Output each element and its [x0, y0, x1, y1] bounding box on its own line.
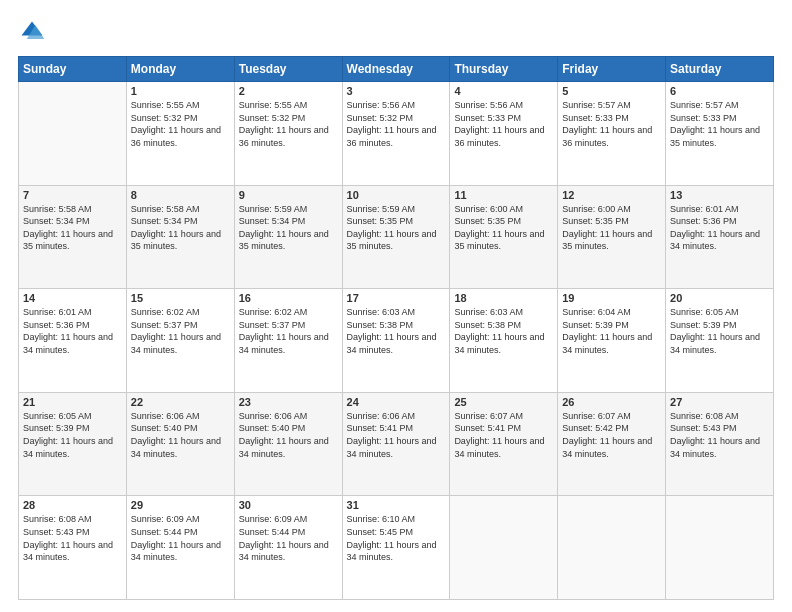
cell-info: Sunrise: 6:09 AMSunset: 5:44 PMDaylight:… — [239, 513, 338, 563]
cell-info: Sunrise: 6:08 AMSunset: 5:43 PMDaylight:… — [670, 410, 769, 460]
calendar-cell: 3Sunrise: 5:56 AMSunset: 5:32 PMDaylight… — [342, 82, 450, 186]
day-number: 6 — [670, 85, 769, 97]
cell-info: Sunrise: 6:03 AMSunset: 5:38 PMDaylight:… — [454, 306, 553, 356]
day-number: 24 — [347, 396, 446, 408]
day-number: 22 — [131, 396, 230, 408]
week-row-3: 14Sunrise: 6:01 AMSunset: 5:36 PMDayligh… — [19, 289, 774, 393]
day-number: 29 — [131, 499, 230, 511]
day-number: 7 — [23, 189, 122, 201]
calendar-cell: 23Sunrise: 6:06 AMSunset: 5:40 PMDayligh… — [234, 392, 342, 496]
weekday-thursday: Thursday — [450, 57, 558, 82]
calendar-cell: 21Sunrise: 6:05 AMSunset: 5:39 PMDayligh… — [19, 392, 127, 496]
calendar-cell: 30Sunrise: 6:09 AMSunset: 5:44 PMDayligh… — [234, 496, 342, 600]
calendar-page: SundayMondayTuesdayWednesdayThursdayFrid… — [0, 0, 792, 612]
weekday-monday: Monday — [126, 57, 234, 82]
day-number: 26 — [562, 396, 661, 408]
weekday-wednesday: Wednesday — [342, 57, 450, 82]
calendar-cell: 8Sunrise: 5:58 AMSunset: 5:34 PMDaylight… — [126, 185, 234, 289]
day-number: 21 — [23, 396, 122, 408]
calendar-cell: 18Sunrise: 6:03 AMSunset: 5:38 PMDayligh… — [450, 289, 558, 393]
calendar-cell: 1Sunrise: 5:55 AMSunset: 5:32 PMDaylight… — [126, 82, 234, 186]
day-number: 12 — [562, 189, 661, 201]
cell-info: Sunrise: 6:01 AMSunset: 5:36 PMDaylight:… — [23, 306, 122, 356]
calendar-cell — [558, 496, 666, 600]
day-number: 31 — [347, 499, 446, 511]
day-number: 23 — [239, 396, 338, 408]
calendar-cell: 17Sunrise: 6:03 AMSunset: 5:38 PMDayligh… — [342, 289, 450, 393]
week-row-4: 21Sunrise: 6:05 AMSunset: 5:39 PMDayligh… — [19, 392, 774, 496]
cell-info: Sunrise: 6:10 AMSunset: 5:45 PMDaylight:… — [347, 513, 446, 563]
calendar-cell: 20Sunrise: 6:05 AMSunset: 5:39 PMDayligh… — [666, 289, 774, 393]
cell-info: Sunrise: 6:04 AMSunset: 5:39 PMDaylight:… — [562, 306, 661, 356]
calendar-cell: 14Sunrise: 6:01 AMSunset: 5:36 PMDayligh… — [19, 289, 127, 393]
day-number: 5 — [562, 85, 661, 97]
cell-info: Sunrise: 6:06 AMSunset: 5:40 PMDaylight:… — [131, 410, 230, 460]
cell-info: Sunrise: 6:06 AMSunset: 5:41 PMDaylight:… — [347, 410, 446, 460]
day-number: 10 — [347, 189, 446, 201]
calendar-cell: 11Sunrise: 6:00 AMSunset: 5:35 PMDayligh… — [450, 185, 558, 289]
calendar-cell: 15Sunrise: 6:02 AMSunset: 5:37 PMDayligh… — [126, 289, 234, 393]
day-number: 20 — [670, 292, 769, 304]
calendar-cell: 13Sunrise: 6:01 AMSunset: 5:36 PMDayligh… — [666, 185, 774, 289]
cell-info: Sunrise: 6:01 AMSunset: 5:36 PMDaylight:… — [670, 203, 769, 253]
calendar-table: SundayMondayTuesdayWednesdayThursdayFrid… — [18, 56, 774, 600]
weekday-friday: Friday — [558, 57, 666, 82]
cell-info: Sunrise: 5:56 AMSunset: 5:33 PMDaylight:… — [454, 99, 553, 149]
cell-info: Sunrise: 6:07 AMSunset: 5:42 PMDaylight:… — [562, 410, 661, 460]
calendar-cell: 6Sunrise: 5:57 AMSunset: 5:33 PMDaylight… — [666, 82, 774, 186]
calendar-cell: 28Sunrise: 6:08 AMSunset: 5:43 PMDayligh… — [19, 496, 127, 600]
calendar-cell: 7Sunrise: 5:58 AMSunset: 5:34 PMDaylight… — [19, 185, 127, 289]
cell-info: Sunrise: 6:02 AMSunset: 5:37 PMDaylight:… — [239, 306, 338, 356]
week-row-1: 1Sunrise: 5:55 AMSunset: 5:32 PMDaylight… — [19, 82, 774, 186]
day-number: 17 — [347, 292, 446, 304]
cell-info: Sunrise: 6:05 AMSunset: 5:39 PMDaylight:… — [23, 410, 122, 460]
calendar-cell: 12Sunrise: 6:00 AMSunset: 5:35 PMDayligh… — [558, 185, 666, 289]
day-number: 14 — [23, 292, 122, 304]
day-number: 30 — [239, 499, 338, 511]
logo-icon — [18, 18, 46, 46]
calendar-cell: 9Sunrise: 5:59 AMSunset: 5:34 PMDaylight… — [234, 185, 342, 289]
calendar-cell: 5Sunrise: 5:57 AMSunset: 5:33 PMDaylight… — [558, 82, 666, 186]
day-number: 1 — [131, 85, 230, 97]
calendar-cell: 25Sunrise: 6:07 AMSunset: 5:41 PMDayligh… — [450, 392, 558, 496]
calendar-cell: 29Sunrise: 6:09 AMSunset: 5:44 PMDayligh… — [126, 496, 234, 600]
cell-info: Sunrise: 6:08 AMSunset: 5:43 PMDaylight:… — [23, 513, 122, 563]
day-number: 16 — [239, 292, 338, 304]
calendar-cell: 26Sunrise: 6:07 AMSunset: 5:42 PMDayligh… — [558, 392, 666, 496]
day-number: 15 — [131, 292, 230, 304]
cell-info: Sunrise: 5:55 AMSunset: 5:32 PMDaylight:… — [239, 99, 338, 149]
calendar-cell: 10Sunrise: 5:59 AMSunset: 5:35 PMDayligh… — [342, 185, 450, 289]
cell-info: Sunrise: 6:09 AMSunset: 5:44 PMDaylight:… — [131, 513, 230, 563]
day-number: 4 — [454, 85, 553, 97]
day-number: 8 — [131, 189, 230, 201]
weekday-saturday: Saturday — [666, 57, 774, 82]
calendar-cell: 31Sunrise: 6:10 AMSunset: 5:45 PMDayligh… — [342, 496, 450, 600]
logo — [18, 18, 50, 46]
cell-info: Sunrise: 6:03 AMSunset: 5:38 PMDaylight:… — [347, 306, 446, 356]
day-number: 13 — [670, 189, 769, 201]
cell-info: Sunrise: 5:59 AMSunset: 5:34 PMDaylight:… — [239, 203, 338, 253]
header — [18, 18, 774, 46]
weekday-header-row: SundayMondayTuesdayWednesdayThursdayFrid… — [19, 57, 774, 82]
cell-info: Sunrise: 5:56 AMSunset: 5:32 PMDaylight:… — [347, 99, 446, 149]
cell-info: Sunrise: 5:58 AMSunset: 5:34 PMDaylight:… — [23, 203, 122, 253]
day-number: 2 — [239, 85, 338, 97]
calendar-cell: 16Sunrise: 6:02 AMSunset: 5:37 PMDayligh… — [234, 289, 342, 393]
cell-info: Sunrise: 6:00 AMSunset: 5:35 PMDaylight:… — [562, 203, 661, 253]
cell-info: Sunrise: 6:05 AMSunset: 5:39 PMDaylight:… — [670, 306, 769, 356]
day-number: 19 — [562, 292, 661, 304]
calendar-cell — [450, 496, 558, 600]
day-number: 9 — [239, 189, 338, 201]
day-number: 27 — [670, 396, 769, 408]
calendar-cell: 4Sunrise: 5:56 AMSunset: 5:33 PMDaylight… — [450, 82, 558, 186]
weekday-sunday: Sunday — [19, 57, 127, 82]
calendar-cell: 19Sunrise: 6:04 AMSunset: 5:39 PMDayligh… — [558, 289, 666, 393]
calendar-cell — [19, 82, 127, 186]
day-number: 18 — [454, 292, 553, 304]
cell-info: Sunrise: 6:07 AMSunset: 5:41 PMDaylight:… — [454, 410, 553, 460]
calendar-cell: 2Sunrise: 5:55 AMSunset: 5:32 PMDaylight… — [234, 82, 342, 186]
day-number: 25 — [454, 396, 553, 408]
cell-info: Sunrise: 5:57 AMSunset: 5:33 PMDaylight:… — [562, 99, 661, 149]
calendar-cell: 22Sunrise: 6:06 AMSunset: 5:40 PMDayligh… — [126, 392, 234, 496]
calendar-cell: 24Sunrise: 6:06 AMSunset: 5:41 PMDayligh… — [342, 392, 450, 496]
